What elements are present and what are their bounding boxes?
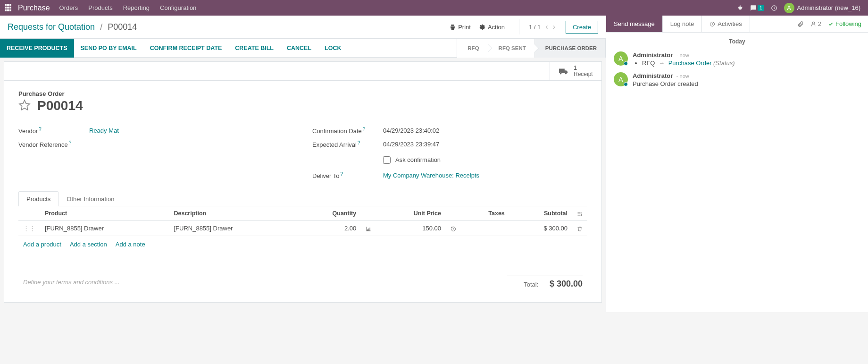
check-icon: [828, 21, 834, 27]
apps-icon[interactable]: [5, 4, 13, 12]
vendor-ref-label: Vendor Reference?: [18, 140, 89, 148]
menu-products[interactable]: Products: [88, 4, 112, 11]
clock-icon: [709, 21, 715, 27]
add-product-link[interactable]: Add a product: [23, 241, 61, 248]
menu-reporting[interactable]: Reporting: [123, 4, 150, 11]
breadcrumb-current: P00014: [108, 22, 137, 32]
tab-products[interactable]: Products: [18, 191, 58, 206]
cell-unit-price[interactable]: 150.00: [376, 220, 446, 236]
help-icon[interactable]: ?: [363, 127, 366, 132]
receipt-label: Receipt: [574, 71, 593, 77]
send-po-email-button[interactable]: SEND PO BY EMAIL: [74, 39, 143, 58]
cancel-button[interactable]: CANCEL: [280, 39, 318, 58]
table-row[interactable]: ⋮⋮ [FURN_8855] Drawer [FURN_8855] Drawer…: [18, 220, 587, 236]
total-label: Total:: [524, 281, 538, 288]
attachment-icon[interactable]: [797, 20, 804, 28]
tab-other-info[interactable]: Other Information: [58, 191, 122, 206]
ask-confirmation-checkbox[interactable]: [383, 156, 391, 164]
messaging-icon[interactable]: 1: [750, 5, 764, 11]
message-author[interactable]: Administrator: [633, 51, 673, 59]
messaging-badge: 1: [758, 5, 764, 11]
create-bill-button[interactable]: CREATE BILL: [228, 39, 280, 58]
bug-icon[interactable]: [737, 5, 743, 11]
col-unit-price: Unit Price: [376, 206, 446, 221]
user-name[interactable]: Administrator (new_16): [797, 4, 860, 11]
vendor-label: Vendor?: [18, 127, 89, 135]
online-dot-icon: [624, 61, 628, 66]
price-history-icon[interactable]: [446, 220, 461, 236]
message-time: - now: [676, 52, 689, 58]
help-icon[interactable]: ?: [69, 140, 72, 145]
cell-taxes[interactable]: [461, 220, 509, 236]
log-note-button[interactable]: Log note: [663, 16, 702, 32]
cell-quantity[interactable]: 2.00: [298, 220, 361, 236]
receipt-stat-button[interactable]: 1 Receipt: [550, 62, 601, 80]
vendor-value[interactable]: Ready Mat: [89, 127, 119, 134]
pager-prev-icon[interactable]: ‹: [545, 23, 548, 31]
action-button[interactable]: Action: [479, 24, 505, 31]
add-note-link[interactable]: Add a note: [116, 241, 145, 248]
tabs: Products Other Information: [18, 191, 587, 206]
col-config-icon[interactable]: [572, 206, 587, 221]
chatter-message: A Administrator - now RFQ → Purchase Ord…: [606, 49, 868, 69]
message-author[interactable]: Administrator: [633, 72, 673, 79]
add-section-link[interactable]: Add a section: [70, 241, 107, 248]
confirm-date-value: 04/29/2023 23:40:02: [383, 127, 439, 134]
send-message-button[interactable]: Send message: [606, 16, 663, 32]
chatter-date-header: Today: [606, 38, 868, 45]
message-avatar: A: [614, 72, 628, 86]
cell-subtotal: $ 300.00: [509, 220, 572, 236]
svg-point-8: [812, 22, 814, 24]
activities-icon[interactable]: [771, 5, 777, 11]
svg-point-0: [739, 6, 742, 9]
tracking-field: (Status): [713, 59, 735, 67]
app-brand[interactable]: Purchase: [18, 4, 50, 12]
confirm-receipt-date-button[interactable]: CONFIRM RECEIPT DATE: [143, 39, 229, 58]
terms-input[interactable]: Define your terms and conditions ...: [23, 279, 507, 286]
help-icon[interactable]: ?: [341, 171, 343, 177]
total-block: Total: $ 300.00: [507, 276, 583, 289]
menu-configuration[interactable]: Configuration: [160, 4, 196, 11]
truck-icon: [559, 66, 569, 76]
following-button[interactable]: Following: [828, 20, 861, 27]
user-avatar[interactable]: A: [784, 3, 794, 13]
pager-text[interactable]: 1 / 1: [529, 24, 541, 31]
menu-orders[interactable]: Orders: [59, 4, 78, 11]
deliver-to-label: Deliver To?: [312, 171, 383, 179]
online-dot-icon: [624, 82, 628, 86]
button-box: 1 Receipt: [4, 62, 601, 81]
cell-description[interactable]: [FURN_8855] Drawer: [169, 220, 298, 236]
activities-button[interactable]: Activities: [702, 16, 750, 32]
col-product: Product: [40, 206, 169, 221]
step-purchase-order[interactable]: PURCHASE ORDER: [535, 39, 606, 58]
doc-number: P00014: [37, 98, 83, 113]
print-button[interactable]: Print: [450, 24, 471, 31]
arrow-right-icon: →: [659, 59, 665, 67]
receive-products-button[interactable]: RECEIVE PRODUCTS: [0, 39, 74, 58]
deliver-to-value[interactable]: My Company Warehouse: Receipts: [383, 172, 479, 179]
forecast-icon[interactable]: [361, 220, 376, 236]
drag-handle-icon[interactable]: ⋮⋮: [18, 220, 40, 236]
step-rfq-sent[interactable]: RFQ SENT: [488, 39, 535, 58]
help-icon[interactable]: ?: [358, 140, 360, 145]
create-button[interactable]: Create: [566, 21, 598, 34]
total-value: $ 300.00: [550, 279, 583, 288]
pager-next-icon[interactable]: ›: [553, 23, 555, 31]
breadcrumb: Requests for Quotation / P00014: [8, 22, 137, 32]
user-icon: [810, 21, 817, 27]
delete-row-icon[interactable]: [572, 220, 587, 236]
breadcrumb-root[interactable]: Requests for Quotation: [8, 22, 95, 32]
gear-icon: [479, 24, 485, 30]
lock-button[interactable]: LOCK: [318, 39, 348, 58]
col-taxes: Taxes: [461, 206, 509, 221]
top-navbar: Purchase Orders Products Reporting Confi…: [0, 0, 868, 16]
step-rfq[interactable]: RFQ: [457, 39, 488, 58]
tracking-old: RFQ: [642, 59, 655, 67]
priority-star-icon[interactable]: [18, 99, 31, 111]
message-avatar: A: [614, 51, 628, 66]
col-subtotal: Subtotal: [509, 206, 572, 221]
expected-value[interactable]: 04/29/2023 23:39:47: [383, 141, 439, 148]
help-icon[interactable]: ?: [39, 127, 42, 132]
cell-product[interactable]: [FURN_8855] Drawer: [40, 220, 169, 236]
followers-button[interactable]: 2: [810, 20, 821, 27]
